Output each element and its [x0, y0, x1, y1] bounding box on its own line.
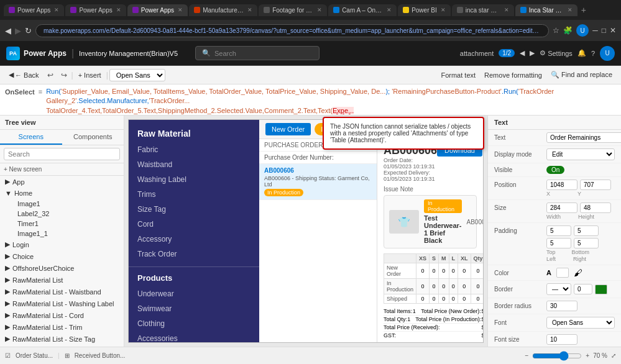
maximize-icon[interactable]: □ — [602, 26, 606, 35]
tree-item-rawmaterial-sizetag[interactable]: ▶ RawMaterial List - Size Tag — [0, 333, 124, 345]
tab-inca1[interactable]: inca star machu... ✕ — [452, 4, 514, 16]
tab-screens[interactable]: Screens — [0, 130, 62, 145]
sidebar-item-accessories[interactable]: Accessories — [129, 331, 259, 342]
tab-onedrive[interactable]: Cam A – OneDrive ✕ — [328, 4, 397, 16]
zoom-minus-icon[interactable]: − — [525, 352, 529, 359]
insert-button[interactable]: + Insert — [75, 70, 105, 81]
back-nav-button[interactable]: ◀ ← Back — [5, 69, 43, 81]
tree-item-label2[interactable]: Label2_32 — [0, 209, 124, 219]
prop-text-input[interactable] — [546, 132, 621, 143]
format-text-button[interactable]: Format text — [437, 70, 479, 81]
new-order-button[interactable]: New Order — [265, 123, 311, 135]
font-prop-select[interactable]: Open Sans — [546, 317, 615, 329]
sidebar-item-washing-label[interactable]: Washing Label — [129, 172, 259, 187]
padding-left-input[interactable] — [546, 238, 571, 248]
header-search-box[interactable]: 🔍 Search — [195, 46, 320, 60]
order-row-selected[interactable]: AB000606 AB000606 - Shipping Status: Gar… — [259, 164, 377, 200]
sidebar-item-clothing[interactable]: Clothing — [129, 316, 259, 331]
minimize-icon[interactable]: ─ — [592, 26, 598, 35]
font-size-input[interactable] — [546, 334, 577, 345]
totals-section: Total Items: 1 Total Price (New Order): … — [384, 307, 483, 342]
tree-item-image1[interactable]: Image1 — [0, 199, 124, 209]
tree-item-app[interactable]: ▶ App — [0, 176, 124, 188]
header-right-section: attachment 1/2 ◀ ▶ ⚙ Settings 🔔 ? U — [460, 46, 615, 61]
border-radius-input[interactable] — [546, 301, 577, 311]
tree-search-input[interactable] — [4, 148, 120, 160]
address-bar[interactable]: make.powerapps.com/e/Default-2d600943-0a… — [35, 24, 549, 37]
position-y-input[interactable] — [580, 180, 611, 190]
tree-item-home[interactable]: ▼ Home — [0, 188, 124, 199]
zoom-plus-icon[interactable]: + — [586, 352, 589, 359]
sidebar-item-waistband[interactable]: Waistband — [129, 157, 259, 172]
sidebar-item-fabric[interactable]: Fabric — [129, 142, 259, 157]
tab-manufacturer[interactable]: Manufacturer - A... ✕ — [189, 4, 257, 16]
order-status-label[interactable]: Order Statu... — [16, 352, 53, 359]
bell-icon[interactable]: 🔔 — [577, 49, 586, 57]
tree-item-rawmaterial-waistband[interactable]: ▶ RawMaterial List - Waistband — [0, 286, 124, 298]
tree-item-rawmaterial-accessory[interactable]: ▶ RawMaterial List - Accessory — [0, 345, 124, 347]
undo-icon[interactable]: ↩ — [44, 69, 57, 81]
find-replace-button[interactable]: 🔍 Find and replace — [547, 69, 616, 81]
position-x-input[interactable] — [546, 180, 577, 190]
height-label: Height — [578, 214, 594, 220]
tab-components[interactable]: Components — [62, 130, 124, 145]
visible-toggle[interactable]: On — [546, 166, 564, 174]
fit-screen-icon[interactable]: ⤢ — [611, 352, 616, 359]
user-avatar[interactable]: U — [600, 46, 615, 61]
forward-button[interactable]: ▶ — [15, 26, 21, 35]
new-screen-button[interactable]: + New screen — [4, 166, 42, 173]
tab-powerbi[interactable]: Power BI ✕ — [398, 4, 451, 16]
height-input[interactable] — [580, 202, 611, 213]
help-icon[interactable]: ? — [591, 50, 595, 57]
new-tab-button[interactable]: + — [579, 5, 589, 15]
extension-icon[interactable]: 🧩 — [563, 26, 573, 35]
color-swatch[interactable] — [556, 268, 569, 278]
settings-button[interactable]: ⚙ Settings — [540, 49, 573, 57]
sidebar-item-trims[interactable]: Trims — [129, 187, 259, 202]
width-input[interactable] — [546, 202, 577, 213]
tree-item-rawmaterial-washing[interactable]: ▶ RawMaterial List - Washing Label — [0, 298, 124, 309]
sidebar-item-swimwear[interactable]: Swimwear — [129, 301, 259, 316]
tree-item-login[interactable]: ▶ Login — [0, 239, 124, 250]
sidebar-item-underwear[interactable]: Underwear — [129, 286, 259, 301]
border-style-select[interactable]: — — [546, 283, 571, 295]
padding-right-input[interactable] — [574, 238, 599, 248]
font-selector[interactable]: Open Sans — [109, 69, 165, 81]
nav-arrow-right[interactable]: ▶ — [530, 49, 535, 57]
tree-item-offshore[interactable]: ▶ OffshoreUserChoice — [0, 262, 124, 274]
tree-item-rawmaterial-trim[interactable]: ▶ RawMaterial List - Trim — [0, 321, 124, 333]
sidebar-item-track-order-raw[interactable]: Track Order — [129, 247, 259, 262]
fill-icon[interactable]: 🖌 — [574, 268, 582, 278]
nav-arrow-left[interactable]: ◀ — [520, 49, 525, 57]
remove-formatting-button[interactable]: Remove formatting — [481, 70, 546, 81]
display-mode-label: Display mode — [494, 151, 544, 158]
close-window-icon[interactable]: ✕ — [610, 26, 616, 35]
tree-item-timer1[interactable]: Timer1 — [0, 219, 124, 229]
formula-content[interactable]: Run('Supplier_Value, Email_Value, TotalI… — [46, 87, 616, 114]
padding-bottom-input[interactable] — [574, 225, 599, 236]
received-button-label[interactable]: Received Button... — [75, 352, 126, 359]
tree-item-choice[interactable]: ▶ Choice — [0, 250, 124, 262]
redo-icon[interactable]: ↪ — [58, 69, 70, 81]
tab-powerapps-3[interactable]: Power Apps ✕ — [127, 4, 188, 16]
tab-powerapps-2[interactable]: Power Apps ✕ — [65, 4, 126, 16]
tab-footage[interactable]: Footage for Behi... ✕ — [259, 4, 327, 16]
sidebar-item-accessory[interactable]: Accessory — [129, 232, 259, 247]
sidebar-item-size-tag[interactable]: Size Tag — [129, 202, 259, 217]
tree-item-image11[interactable]: Image1_1 — [0, 229, 124, 239]
display-mode-select[interactable]: Edit — [546, 148, 615, 160]
reload-button[interactable]: ↻ — [25, 26, 32, 35]
tab-powerapps-1[interactable]: Power Apps ✕ — [4, 4, 64, 16]
profile-icon[interactable]: U — [576, 24, 589, 37]
tab-inca2[interactable]: Inca Star Worshi... ✕ — [515, 4, 577, 16]
tree-item-rawmaterial[interactable]: ▶ RawMaterial List — [0, 274, 124, 286]
star-icon[interactable]: ☆ — [553, 26, 559, 35]
padding-top-input[interactable] — [546, 225, 571, 236]
y-label: Y — [577, 191, 581, 197]
zoom-slider[interactable] — [532, 351, 582, 361]
border-color-swatch[interactable] — [595, 284, 607, 294]
sidebar-item-cord[interactable]: Cord — [129, 217, 259, 232]
back-button[interactable]: ◀ — [5, 26, 11, 35]
border-width-input[interactable] — [574, 284, 592, 294]
tree-item-rawmaterial-cord[interactable]: ▶ RawMaterial List - Cord — [0, 309, 124, 321]
